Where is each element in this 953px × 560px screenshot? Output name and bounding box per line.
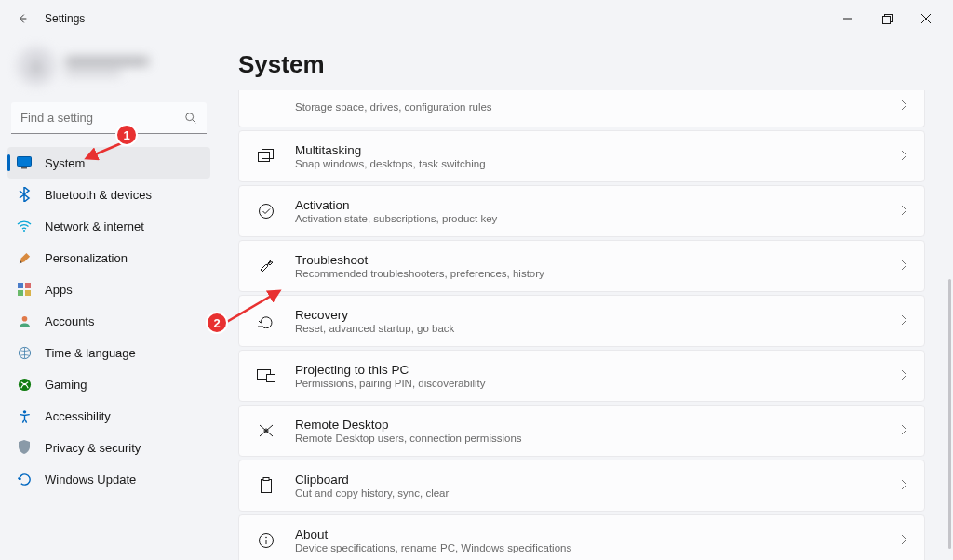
card-clipboard[interactable]: Clipboard Cut and copy history, sync, cl… [238, 460, 925, 512]
card-sub: Cut and copy history, sync, clear [295, 487, 900, 499]
projecting-icon [256, 366, 276, 386]
card-about[interactable]: About Device specifications, rename PC, … [238, 514, 925, 560]
card-title: Projecting to this PC [295, 363, 900, 377]
nav-label: Personalization [45, 251, 128, 265]
remote-desktop-icon [256, 420, 276, 441]
card-body: About Device specifications, rename PC, … [295, 527, 900, 553]
search-box[interactable] [11, 102, 207, 134]
app-title: Settings [45, 12, 85, 25]
nav-label: Accounts [45, 314, 94, 328]
chevron-right-icon [900, 150, 907, 164]
card-sub: Storage space, drives, configuration rul… [295, 101, 900, 113]
page-heading: System [238, 50, 925, 79]
sidebar-item-privacy[interactable]: Privacy & security [7, 432, 210, 463]
card-title: Multitasking [295, 143, 900, 157]
nav-label: Bluetooth & devices [45, 188, 152, 202]
svg-rect-15 [259, 153, 270, 162]
nav-label: System [45, 156, 85, 170]
svg-point-14 [22, 410, 25, 413]
minimize-button[interactable] [828, 5, 867, 33]
svg-rect-5 [21, 167, 27, 169]
sidebar-item-apps[interactable]: Apps [7, 273, 210, 305]
card-troubleshoot[interactable]: Troubleshoot Recommended troubleshooters… [238, 240, 925, 292]
svg-rect-1 [882, 16, 890, 23]
callout-1: 1 [115, 124, 138, 146]
card-title: Recovery [295, 308, 900, 322]
chevron-right-icon [900, 314, 907, 328]
card-body: Projecting to this PC Permissions, pairi… [295, 363, 900, 389]
bluetooth-icon [17, 187, 32, 202]
window-controls [828, 5, 946, 33]
update-icon [17, 472, 32, 487]
chevron-right-icon [900, 534, 907, 548]
svg-rect-16 [262, 150, 274, 159]
globe-clock-icon [17, 345, 32, 360]
svg-point-24 [265, 537, 267, 539]
nav-label: Windows Update [45, 473, 136, 487]
scrollbar[interactable] [948, 279, 951, 549]
card-title: Clipboard [295, 473, 900, 487]
svg-rect-19 [267, 375, 275, 382]
nav: System Bluetooth & devices Network & int… [7, 147, 210, 495]
sidebar-item-bluetooth[interactable]: Bluetooth & devices [7, 179, 210, 210]
settings-cards: Storage space, drives, configuration rul… [238, 90, 925, 560]
card-remote-desktop[interactable]: Remote Desktop Remote Desktop users, con… [238, 405, 925, 457]
card-sub: Recommended troubleshooters, preferences… [295, 268, 900, 279]
card-projecting[interactable]: Projecting to this PC Permissions, pairi… [238, 350, 925, 402]
svg-point-3 [186, 113, 194, 120]
clipboard-icon [256, 475, 276, 496]
svg-rect-4 [18, 157, 32, 167]
chevron-right-icon [900, 100, 907, 113]
card-sub: Activation state, subscriptions, product… [295, 213, 900, 224]
sidebar-item-accessibility[interactable]: Accessibility [7, 400, 210, 432]
svg-point-6 [23, 230, 25, 232]
wrench-icon [256, 256, 276, 276]
card-storage[interactable]: Storage space, drives, configuration rul… [238, 90, 925, 127]
svg-rect-21 [262, 480, 272, 493]
chevron-right-icon [900, 369, 907, 383]
sidebar-item-gaming[interactable]: Gaming [7, 368, 210, 400]
sidebar-item-system[interactable]: System [7, 147, 210, 179]
nav-label: Privacy & security [45, 441, 141, 455]
titlebar: Settings [0, 0, 953, 37]
apps-icon [17, 282, 32, 297]
minimize-icon [843, 14, 852, 23]
sidebar-item-network[interactable]: Network & internet [7, 210, 210, 242]
maximize-icon [882, 14, 893, 24]
card-recovery[interactable]: Recovery Reset, advanced startup, go bac… [238, 295, 925, 347]
card-multitasking[interactable]: Multitasking Snap windows, desktops, tas… [238, 130, 925, 182]
svg-point-2 [33, 60, 39, 66]
close-button[interactable] [906, 5, 946, 33]
nav-label: Network & internet [45, 220, 144, 233]
chevron-right-icon [900, 205, 907, 219]
xbox-icon [17, 377, 32, 392]
recovery-icon [256, 311, 276, 331]
svg-rect-22 [263, 478, 269, 481]
card-sub: Remote Desktop users, connection permiss… [295, 433, 900, 444]
sidebar-item-time-language[interactable]: Time & language [7, 337, 210, 368]
svg-point-17 [260, 205, 274, 219]
shield-icon [17, 440, 32, 455]
callout-2: 2 [206, 312, 228, 334]
sidebar-item-windows-update[interactable]: Windows Update [7, 463, 210, 495]
display-icon [17, 155, 32, 170]
svg-rect-10 [25, 290, 31, 296]
check-circle-icon [256, 201, 276, 221]
sidebar-item-personalization[interactable]: Personalization [7, 242, 210, 273]
card-sub: Device specifications, rename PC, Window… [295, 542, 900, 553]
card-body: Multitasking Snap windows, desktops, tas… [295, 143, 900, 169]
maximize-button[interactable] [867, 5, 906, 33]
card-title: About [295, 527, 900, 541]
sidebar-item-accounts[interactable]: Accounts [7, 305, 210, 337]
card-body: Remote Desktop Remote Desktop users, con… [295, 418, 900, 444]
avatar [17, 47, 56, 86]
wifi-icon [17, 219, 32, 233]
nav-label: Gaming [45, 378, 87, 392]
back-button[interactable] [7, 4, 37, 33]
user-block[interactable] [7, 41, 210, 99]
card-activation[interactable]: Activation Activation state, subscriptio… [238, 185, 925, 237]
card-title: Activation [295, 198, 900, 212]
search-input[interactable] [20, 111, 184, 125]
card-body: Storage space, drives, configuration rul… [295, 100, 900, 113]
card-sub: Snap windows, desktops, task switching [295, 158, 900, 169]
